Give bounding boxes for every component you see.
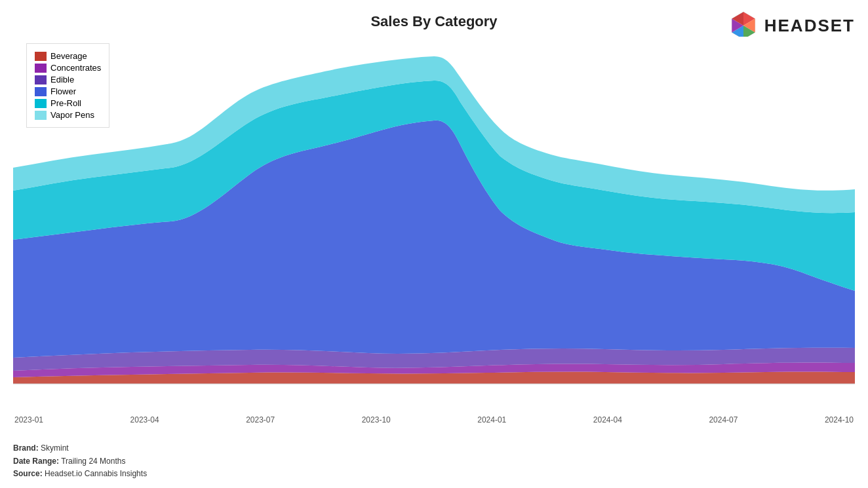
legend-item-preroll: Pre-Roll <box>35 98 101 108</box>
footer-source: Source: Headset.io Cannabis Insights <box>13 468 147 480</box>
x-label-5: 2024-04 <box>593 415 622 424</box>
x-label-0: 2023-01 <box>14 415 43 424</box>
footer-source-value: Headset.io Cannabis Insights <box>45 469 147 478</box>
x-label-4: 2024-01 <box>477 415 506 424</box>
x-label-3: 2023-10 <box>362 415 391 424</box>
x-label-6: 2024-07 <box>709 415 738 424</box>
logo-text: HEADSET <box>764 16 855 36</box>
x-label-2: 2023-07 <box>246 415 275 424</box>
legend-label-preroll: Pre-Roll <box>50 98 81 108</box>
legend-label-vapor-pens: Vapor Pens <box>50 110 94 120</box>
chart-footer: Brand: Skymint Date Range: Trailing 24 M… <box>13 442 147 480</box>
chart-area: Beverage Concentrates Edible Flower Pre-… <box>13 37 855 404</box>
legend-item-beverage: Beverage <box>35 51 101 61</box>
footer-brand-label: Brand: <box>13 443 39 453</box>
chart-container: Sales By Category HEADSET <box>0 0 868 488</box>
legend-item-edible: Edible <box>35 75 101 84</box>
footer-date-value: Trailing 24 Months <box>61 457 125 466</box>
chart-svg <box>13 37 855 404</box>
legend-color-beverage <box>35 52 47 61</box>
legend-label-flower: Flower <box>50 86 76 96</box>
legend-color-vapor-pens <box>35 111 47 120</box>
legend-label-beverage: Beverage <box>50 51 87 61</box>
legend-color-flower <box>35 87 47 96</box>
legend-color-edible <box>35 75 47 84</box>
footer-brand: Brand: Skymint <box>13 442 147 455</box>
footer-date-range: Date Range: Trailing 24 Months <box>13 455 147 468</box>
legend-label-edible: Edible <box>50 75 74 84</box>
legend-color-concentrates <box>35 64 47 73</box>
x-label-7: 2024-10 <box>825 415 854 424</box>
legend-item-vapor-pens: Vapor Pens <box>35 110 101 120</box>
legend-item-flower: Flower <box>35 86 101 96</box>
footer-brand-value: Skymint <box>41 443 69 453</box>
legend-label-concentrates: Concentrates <box>50 63 101 73</box>
x-label-1: 2023-04 <box>130 415 159 424</box>
legend-item-concentrates: Concentrates <box>35 63 101 73</box>
x-axis-labels: 2023-01 2023-04 2023-07 2023-10 2024-01 … <box>13 415 855 424</box>
footer-source-label: Source: <box>13 469 43 478</box>
chart-legend: Beverage Concentrates Edible Flower Pre-… <box>26 43 109 128</box>
legend-color-preroll <box>35 99 47 108</box>
footer-date-label: Date Range: <box>13 457 59 466</box>
